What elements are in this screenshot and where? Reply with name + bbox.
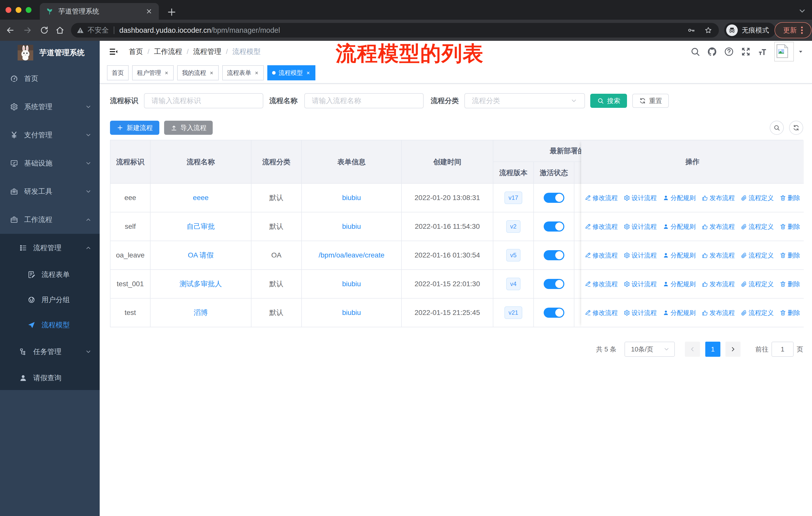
publish-process-link[interactable]: 发布流程	[702, 251, 735, 260]
sidebar-logo[interactable]: 芋道管理系统	[0, 41, 100, 64]
form-info-link[interactable]: biubiu	[342, 309, 361, 317]
form-info-link[interactable]: biubiu	[342, 280, 361, 288]
window-close-button[interactable]	[5, 7, 11, 13]
publish-process-link[interactable]: 发布流程	[702, 280, 735, 288]
process-key-input[interactable]: 请输入流程标识	[144, 93, 263, 108]
page-size-select[interactable]: 10条/页	[625, 342, 675, 357]
import-process-button[interactable]: 导入流程	[164, 121, 213, 135]
bookmark-star-icon[interactable]	[704, 26, 712, 34]
tag-close-icon[interactable]	[209, 71, 214, 75]
process-name-link[interactable]: 自己审批	[187, 222, 215, 231]
create-process-button[interactable]: 新建流程	[110, 121, 159, 135]
process-definition-link[interactable]: 流程定义	[741, 194, 774, 202]
sidebar-item-infrastructure[interactable]: 基础设施	[0, 149, 100, 178]
process-name-link[interactable]: 滔博	[194, 308, 208, 318]
sidebar-item-process-management[interactable]: 流程管理	[0, 234, 100, 262]
goto-page-input[interactable]: 1	[772, 342, 794, 357]
font-size-icon[interactable]	[758, 47, 768, 57]
form-info-link[interactable]: biubiu	[342, 194, 361, 202]
search-button[interactable]: 搜索	[590, 94, 627, 108]
sidebar-item-system[interactable]: 系统管理	[0, 93, 100, 121]
window-minimize-button[interactable]	[16, 7, 21, 13]
security-label[interactable]: 不安全	[88, 25, 109, 35]
tag-process-model[interactable]: 流程模型	[267, 65, 315, 80]
password-key-icon[interactable]	[687, 26, 695, 34]
github-icon[interactable]	[707, 47, 717, 57]
process-definition-link[interactable]: 流程定义	[741, 222, 774, 231]
active-status-toggle[interactable]	[544, 308, 564, 318]
sidebar-item-payment[interactable]: 支付管理	[0, 121, 100, 149]
tag-tenant-management[interactable]: 租户管理	[132, 65, 174, 80]
delete-link[interactable]: 删除	[780, 222, 800, 231]
assign-rule-link[interactable]: 分配规则	[663, 280, 696, 288]
active-status-toggle[interactable]	[544, 221, 564, 232]
breadcrumb-workflow[interactable]: 工作流程	[154, 47, 182, 56]
process-name-link[interactable]: 测试多审批人	[180, 279, 222, 289]
reload-icon[interactable]	[40, 26, 49, 35]
next-page-button[interactable]	[725, 342, 741, 357]
tag-my-process[interactable]: 我的流程	[177, 65, 219, 80]
breadcrumb-home[interactable]: 首页	[129, 47, 143, 56]
design-process-link[interactable]: 设计流程	[624, 222, 657, 231]
tab-close-icon[interactable]	[145, 7, 153, 15]
modify-process-link[interactable]: 修改流程	[585, 309, 618, 317]
process-name-input[interactable]: 请输入流程名称	[304, 93, 424, 108]
browser-tab[interactable]: 芋道管理系统	[40, 3, 159, 20]
new-tab-button[interactable]	[166, 6, 177, 18]
page-number-current[interactable]: 1	[705, 342, 720, 357]
help-icon[interactable]	[724, 47, 734, 57]
show-search-toggle-button[interactable]	[770, 121, 784, 135]
sidebar-collapse-icon[interactable]	[109, 47, 118, 56]
sidebar-item-workflow[interactable]: 工作流程	[0, 206, 100, 234]
tag-process-form[interactable]: 流程表单	[222, 65, 264, 80]
sidebar-item-home[interactable]: 首页	[0, 64, 100, 93]
address-bar[interactable]: 不安全 dashboard.yudao.iocoder.cn/bpm/manag…	[71, 23, 719, 37]
sidebar-item-user-group[interactable]: 用户分组	[0, 287, 100, 313]
sidebar-item-dev-tools[interactable]: 研发工具	[0, 178, 100, 206]
modify-process-link[interactable]: 修改流程	[585, 194, 618, 202]
assign-rule-link[interactable]: 分配规则	[663, 194, 696, 202]
delete-link[interactable]: 删除	[780, 309, 800, 317]
form-info-link[interactable]: biubiu	[342, 222, 361, 230]
avatar[interactable]	[774, 42, 794, 61]
reset-button[interactable]: 重置	[632, 94, 669, 108]
design-process-link[interactable]: 设计流程	[624, 280, 657, 288]
sidebar-item-leave-query[interactable]: 请假查询	[0, 366, 100, 390]
form-info-link[interactable]: /bpm/oa/leave/create	[319, 251, 385, 259]
process-name-link[interactable]: eeee	[193, 194, 208, 202]
assign-rule-link[interactable]: 分配规则	[663, 251, 696, 260]
assign-rule-link[interactable]: 分配规则	[663, 222, 696, 231]
design-process-link[interactable]: 设计流程	[624, 194, 657, 202]
modify-process-link[interactable]: 修改流程	[585, 280, 618, 288]
tab-list-chevron-icon[interactable]	[798, 6, 807, 15]
delete-link[interactable]: 删除	[780, 194, 800, 202]
publish-process-link[interactable]: 发布流程	[702, 309, 735, 317]
assign-rule-link[interactable]: 分配规则	[663, 309, 696, 317]
fullscreen-icon[interactable]	[741, 47, 751, 57]
process-definition-link[interactable]: 流程定义	[741, 309, 774, 317]
delete-link[interactable]: 删除	[780, 280, 800, 288]
publish-process-link[interactable]: 发布流程	[702, 222, 735, 231]
tag-close-icon[interactable]	[164, 71, 169, 75]
tag-home[interactable]: 首页	[107, 65, 128, 80]
modify-process-link[interactable]: 修改流程	[585, 251, 618, 260]
sidebar-item-process-form[interactable]: 流程表单	[0, 262, 100, 287]
process-definition-link[interactable]: 流程定义	[741, 280, 774, 288]
design-process-link[interactable]: 设计流程	[624, 309, 657, 317]
caret-down-icon[interactable]	[798, 49, 804, 54]
active-status-toggle[interactable]	[544, 250, 564, 260]
back-icon[interactable]	[5, 26, 14, 35]
active-status-toggle[interactable]	[544, 279, 564, 289]
sidebar-item-task-management[interactable]: 任务管理	[0, 337, 100, 366]
process-name-link[interactable]: OA 请假	[188, 250, 214, 260]
sidebar-item-process-model[interactable]: 流程模型	[0, 313, 100, 337]
tag-close-icon[interactable]	[254, 71, 259, 75]
breadcrumb-process-management[interactable]: 流程管理	[193, 47, 222, 56]
modify-process-link[interactable]: 修改流程	[585, 222, 618, 231]
search-icon[interactable]	[690, 47, 700, 57]
design-process-link[interactable]: 设计流程	[624, 251, 657, 260]
tag-close-icon[interactable]	[306, 71, 311, 75]
process-category-select[interactable]: 流程分类	[464, 93, 585, 108]
home-icon[interactable]	[55, 26, 64, 35]
process-definition-link[interactable]: 流程定义	[741, 251, 774, 260]
